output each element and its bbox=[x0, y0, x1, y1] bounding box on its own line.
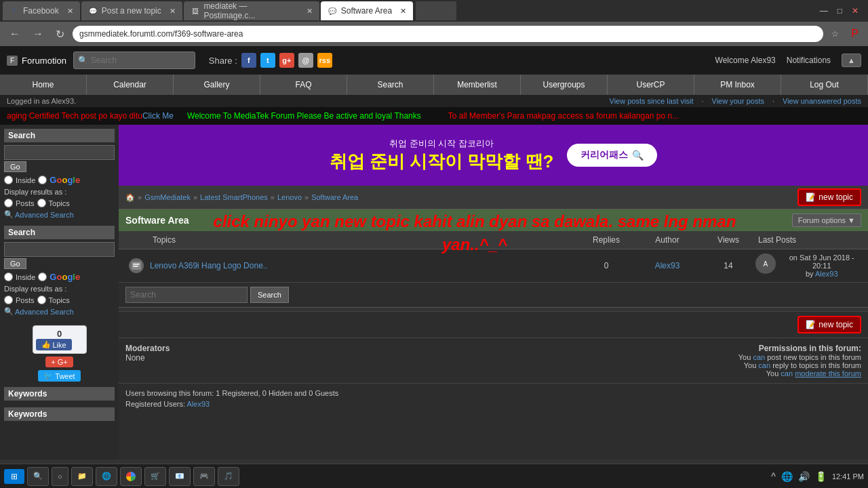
view-posts-link[interactable]: View posts since last visit bbox=[610, 97, 694, 105]
forward-button[interactable]: → bbox=[28, 26, 47, 41]
topics-radio2[interactable] bbox=[37, 296, 46, 304]
new-topic-button-bottom[interactable]: 📝 new topic bbox=[797, 316, 861, 333]
sidebar-search-input1[interactable] bbox=[4, 145, 115, 160]
rss-share-icon[interactable]: rss bbox=[317, 53, 332, 68]
notification-tray-icon[interactable]: ^ bbox=[771, 471, 776, 482]
google-radio[interactable] bbox=[38, 176, 47, 184]
nav-usercp[interactable]: UserCP bbox=[608, 75, 694, 95]
tweet-button[interactable]: 🐦 Tweet bbox=[38, 370, 80, 382]
volume-icon[interactable]: 🔊 bbox=[798, 471, 810, 482]
posts-radio-row2: Posts Topics bbox=[4, 296, 115, 304]
taskbar-media[interactable]: 🎵 bbox=[218, 467, 239, 486]
topic-link[interactable]: Lenovo A369i Hang Logo Done.. bbox=[150, 261, 267, 270]
upload-button[interactable]: ▲ bbox=[842, 54, 861, 67]
inside-radio[interactable] bbox=[4, 176, 13, 184]
tab-software-area[interactable]: 💬 Software Area ✕ bbox=[321, 1, 413, 20]
taskbar-mail[interactable]: 📧 bbox=[169, 467, 191, 486]
fm-search-input[interactable] bbox=[91, 56, 193, 65]
tab-post-new[interactable]: 💬 Post a new topic ✕ bbox=[81, 1, 182, 20]
reload-button[interactable]: ↻ bbox=[52, 26, 68, 42]
tab-close-software[interactable]: ✕ bbox=[400, 7, 406, 16]
bookmark-button[interactable]: ☆ bbox=[827, 28, 843, 40]
registered-user-link[interactable]: Alex93 bbox=[187, 400, 210, 408]
display-radio-group: Posts Topics bbox=[4, 199, 115, 207]
forum-options-button[interactable]: Forum options ▼ bbox=[792, 214, 861, 227]
breadcrumb-lenovo[interactable]: Lenovo bbox=[277, 193, 302, 201]
nav-home[interactable]: Home bbox=[0, 75, 87, 95]
new-topic-button-top[interactable]: 📝 new topic bbox=[797, 188, 861, 206]
sidebar-go-btn2[interactable]: Go bbox=[4, 258, 26, 269]
taskbar-search[interactable]: 🔍 bbox=[27, 467, 49, 486]
view-my-posts-link[interactable]: View your posts bbox=[712, 97, 764, 105]
taskbar-cortana[interactable]: ○ bbox=[52, 467, 68, 486]
tab-close-facebook[interactable]: ✕ bbox=[67, 7, 73, 16]
breadcrumb-software-area[interactable]: Software Area bbox=[311, 193, 358, 201]
author-link[interactable]: Alex93 bbox=[655, 261, 680, 270]
sidebar-search-section1: Search Go Inside Google Display bbox=[4, 129, 115, 219]
close-button[interactable]: ✕ bbox=[848, 5, 863, 17]
google-radio2[interactable] bbox=[38, 272, 47, 281]
ad-banner: 취업 준비의 시작 잡코리아 취업 준비 시작이 막막할 땐? 커리어패스 🔍 bbox=[119, 125, 868, 186]
moderate-forum-link[interactable]: moderate this forum bbox=[795, 369, 861, 378]
breadcrumb-gsmmediatek[interactable]: GsmMediatek bbox=[144, 193, 191, 201]
gplus-button[interactable]: + G+ bbox=[45, 357, 73, 367]
taskbar-gamepad[interactable]: 🎮 bbox=[193, 467, 215, 486]
sep2: · bbox=[772, 97, 774, 105]
nav-gallery[interactable]: Gallery bbox=[174, 75, 260, 95]
nav-memberlist[interactable]: Memberlist bbox=[434, 75, 521, 95]
sidebar-search-input2[interactable] bbox=[4, 242, 115, 257]
sidebar-go-btn1[interactable]: Go bbox=[4, 161, 26, 172]
like-button[interactable]: 👍 Like bbox=[36, 339, 72, 350]
tab-postimage[interactable]: 🖼 mediatek — Postimage.c... ✕ bbox=[184, 1, 319, 20]
nav-calendar[interactable]: Calendar bbox=[87, 75, 174, 95]
nav-pm-inbox[interactable]: PM Inbox bbox=[694, 75, 781, 95]
battery-icon[interactable]: 🔋 bbox=[815, 471, 827, 482]
posts-radio[interactable] bbox=[4, 199, 13, 207]
address-bar[interactable]: gsmmediatek.forumtl.com/f369-software-ar… bbox=[73, 26, 823, 42]
nav-faq[interactable]: FAQ bbox=[260, 75, 347, 95]
back-button[interactable]: ← bbox=[5, 26, 24, 41]
breadcrumb-latest-smartphones[interactable]: Latest SmartPhones bbox=[200, 193, 268, 201]
tab-close-postimage[interactable]: ✕ bbox=[307, 7, 313, 16]
tab-facebook[interactable]: f Facebook ✕ bbox=[3, 1, 80, 20]
forum-search-button[interactable]: Search bbox=[250, 287, 289, 303]
postimage-icon: 🖼 bbox=[191, 6, 200, 16]
advanced-search-link2[interactable]: 🔍 Advanced Search bbox=[4, 307, 115, 316]
ticker-link[interactable]: Click Me bbox=[142, 111, 174, 121]
taskbar-edge[interactable]: 🌐 bbox=[96, 467, 117, 486]
notifications-label[interactable]: Notifications bbox=[787, 56, 831, 65]
nav-logout[interactable]: Log Out bbox=[781, 75, 868, 95]
ad-cta-button[interactable]: 커리어패스 🔍 bbox=[567, 144, 657, 167]
permissions-section: Permissions in this forum: You can post … bbox=[197, 344, 861, 378]
minimize-button[interactable]: — bbox=[816, 5, 832, 17]
nav-usergroups[interactable]: Usergroups bbox=[521, 75, 608, 95]
start-button[interactable]: ⊞ bbox=[4, 469, 24, 484]
facebook-share-icon[interactable]: f bbox=[241, 53, 256, 68]
svg-rect-1 bbox=[133, 264, 140, 265]
taskbar-file-explorer[interactable]: 📁 bbox=[71, 467, 93, 486]
taskbar-store[interactable]: 🛒 bbox=[144, 467, 166, 486]
taskbar-chrome[interactable] bbox=[120, 467, 142, 486]
tab-label: Post a new topic bbox=[102, 6, 161, 16]
nav-search[interactable]: Search bbox=[347, 75, 434, 95]
inside-radio2[interactable] bbox=[4, 272, 13, 281]
fm-search-bar[interactable]: 🔍 bbox=[73, 52, 195, 69]
posts-radio2[interactable] bbox=[4, 296, 13, 304]
network-icon[interactable]: 🌐 bbox=[781, 471, 793, 482]
forum-search-input[interactable] bbox=[125, 287, 248, 303]
advanced-search-link1[interactable]: 🔍 Advanced Search bbox=[4, 210, 115, 219]
maximize-button[interactable]: □ bbox=[833, 5, 846, 17]
search-icon: 🔍 bbox=[78, 56, 88, 65]
share-label: Share : bbox=[209, 56, 237, 66]
email-share-icon[interactable]: @ bbox=[298, 53, 313, 68]
last-post-author-link[interactable]: Alex93 bbox=[815, 270, 838, 278]
twitter-icon: 🐦 bbox=[43, 371, 53, 380]
view-unanswered-link[interactable]: View unanswered posts bbox=[783, 97, 861, 105]
twitter-share-icon[interactable]: t bbox=[260, 53, 275, 68]
topics-radio[interactable] bbox=[37, 199, 46, 207]
sidebar-radio-group1: Inside Google bbox=[4, 175, 115, 185]
tab-close-post-new[interactable]: ✕ bbox=[170, 7, 176, 16]
ticker-sep: Welcome To MediaTek Forum Please Be acti… bbox=[187, 111, 421, 121]
pinterest-button[interactable]: P bbox=[847, 26, 863, 41]
googleplus-share-icon[interactable]: g+ bbox=[279, 53, 294, 68]
